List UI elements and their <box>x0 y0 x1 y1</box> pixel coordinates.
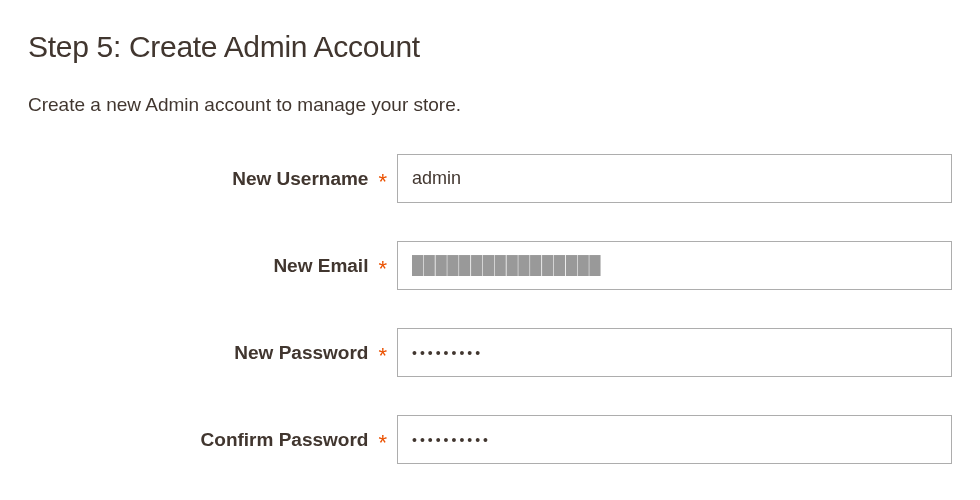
form-row-confirm-password: Confirm Password * <box>28 415 952 464</box>
label-cell: New Password * <box>28 342 397 364</box>
password-input[interactable] <box>397 328 952 377</box>
admin-account-form: New Username * New Email * New Password … <box>28 154 952 464</box>
confirm-password-input[interactable] <box>397 415 952 464</box>
required-asterisk-icon: * <box>378 432 387 454</box>
required-asterisk-icon: * <box>378 258 387 280</box>
form-row-email: New Email * <box>28 241 952 290</box>
username-input[interactable] <box>397 154 952 203</box>
label-cell: Confirm Password * <box>28 429 397 451</box>
password-label: New Password <box>234 342 368 364</box>
input-cell <box>397 415 952 464</box>
input-cell <box>397 328 952 377</box>
required-asterisk-icon: * <box>378 345 387 367</box>
confirm-password-label: Confirm Password <box>201 429 369 451</box>
form-row-password: New Password * <box>28 328 952 377</box>
input-cell <box>397 154 952 203</box>
page-title: Step 5: Create Admin Account <box>28 30 952 64</box>
label-cell: New Email * <box>28 255 397 277</box>
required-asterisk-icon: * <box>378 171 387 193</box>
email-label: New Email <box>273 255 368 277</box>
page-description: Create a new Admin account to manage you… <box>28 94 952 116</box>
form-row-username: New Username * <box>28 154 952 203</box>
email-input[interactable] <box>397 241 952 290</box>
label-cell: New Username * <box>28 168 397 190</box>
username-label: New Username <box>232 168 368 190</box>
input-cell <box>397 241 952 290</box>
